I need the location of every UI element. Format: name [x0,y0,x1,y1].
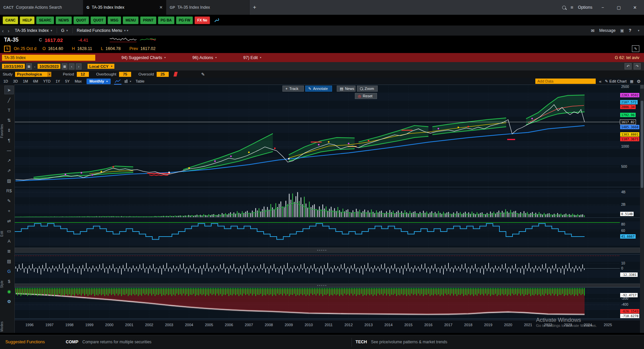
line-chart-type-icon[interactable] [114,78,121,85]
wrench-icon[interactable] [214,17,219,23]
undo-icon[interactable]: ↶ [625,63,632,69]
move-vertical-tool-icon[interactable]: ⇅ [5,116,13,124]
add-data-field[interactable]: Add Data [535,79,596,84]
status-item-comp[interactable]: COMPCompare returns for multiple securit… [66,340,152,344]
bar-chart-type-icon[interactable]: ▼ [124,79,131,84]
status-item-tech[interactable]: TECHSee price/volume patterns & market t… [356,340,447,344]
edit-chart-button[interactable]: ✎ Edit Chart [605,79,627,84]
arrow-tool-icon[interactable]: ↗ [5,156,13,164]
swap-tool-icon[interactable]: ⇄ [5,217,13,225]
frequency-selector[interactable]: Monthly ▼ [87,79,111,84]
related-functions-menu[interactable]: Related Functions Menu [77,28,122,33]
oversold-field[interactable]: 25 [157,72,169,77]
range-tab-5y[interactable]: 5Y [65,79,69,83]
new-tab-button[interactable]: + [250,0,260,15]
horizontal-line-tool-icon[interactable]: — [5,146,13,154]
study-selector[interactable]: Psychologica [15,72,47,77]
chart-canvas[interactable] [0,85,644,333]
collapse-panel-icon[interactable]: « [599,79,601,84]
security-field[interactable]: TA-35 Index [2,55,95,61]
chart-track-button[interactable]: +Track [282,86,304,92]
help-button[interactable]: ? [629,28,631,33]
chart-settings-icon[interactable]: ⚙ [5,297,13,305]
range-tab-1m[interactable]: 1M [23,79,28,83]
tab-gp[interactable]: GPTA-35 Index Index [166,0,250,15]
layout-grid-icon[interactable]: ▦ [630,79,633,84]
currency-tool-icon[interactable]: R$ [5,187,13,195]
grid-tool-icon[interactable]: ▤ [5,257,13,265]
chevron-down-icon[interactable]: ▼ [47,72,51,77]
price-scale-tool-icon[interactable]: $ [5,277,13,285]
tab-cact[interactable]: CACTCorporate Actions Search [0,0,83,15]
ribbon-button-menu[interactable]: MENU [123,16,139,24]
forward-button[interactable]: › [8,28,9,34]
list-tool-icon[interactable]: ≣ [5,247,13,255]
function-selector[interactable]: G [61,28,64,33]
command-item[interactable]: 97) Edit▼ [243,55,262,60]
minimize-button[interactable]: − [597,5,608,10]
ribbon-button-help[interactable]: HELP [20,16,35,24]
tab-close-icon[interactable]: ✕ [159,5,163,10]
ray-tool-icon[interactable]: ⇗ [5,166,13,174]
expand-tool-icon[interactable]: ⇕ [5,126,13,134]
redo-icon[interactable]: ↷ [634,63,641,69]
settings-gear-icon[interactable]: ⚙ [637,79,641,84]
close-button[interactable]: ✕ [629,5,641,10]
command-item[interactable]: 94) Suggested Charts▼ [121,55,166,60]
security-selector[interactable]: TA-35 Index Index [15,28,49,33]
ribbon-button-print[interactable]: PRINT [140,16,156,24]
period-field[interactable]: 12 [77,72,89,77]
chart-news-button[interactable]: ▤News [337,86,356,92]
calendar-icon[interactable]: ▦ [26,63,32,69]
prev-period-button[interactable]: ‹ [69,63,74,69]
ribbon-button-msg[interactable]: MSG [108,16,121,24]
text-tool-icon[interactable]: T [5,106,13,114]
ribbon-button-searc[interactable]: SEARC [36,16,54,24]
chart-zoom-button[interactable]: Zoom [357,86,378,92]
range-tab-1d[interactable]: 1D [3,79,8,83]
currency-selector[interactable]: Local CCY ▼ [88,64,114,69]
calendar-icon[interactable]: ▦ [62,63,67,69]
note-board-icon[interactable]: ✎ [632,45,639,52]
range-tab-6m[interactable]: 6M [33,79,38,83]
scrollbar-top-button[interactable] [640,85,644,89]
ribbon-button-news[interactable]: NEWS [56,16,72,24]
message-envelope-icon[interactable]: ✉ [591,28,594,33]
chart-annotate-button[interactable]: ✎Annotate [305,86,332,92]
overbought-field[interactable]: 75 [119,72,131,77]
ribbon-button-quot[interactable]: QUOT [73,16,89,24]
note-tool-icon[interactable]: ¶ [5,136,13,144]
trendline-tool-icon[interactable]: ╱ [5,96,13,104]
edit-study-pencil-icon[interactable]: ✎ [201,72,205,77]
tab-g[interactable]: GTA-35 Index Index✕ [83,0,166,15]
crosshair-tool-icon[interactable]: + [5,207,13,215]
next-period-button[interactable]: › [76,63,82,69]
g-mode-tool-icon[interactable]: G [5,267,13,275]
scrollbar-thumb[interactable] [641,101,643,188]
ribbon-button-quot[interactable]: QUOT [91,16,106,24]
search-icon[interactable] [562,6,566,9]
command-item[interactable]: 96) Actions▼ [193,55,217,60]
ribbon-button-pg-ba[interactable]: PG BA [158,16,174,24]
back-button[interactable]: ‹ [2,28,4,34]
maximize-button[interactable]: ▢ [613,5,625,10]
table-button[interactable]: Table [136,79,144,83]
pattern-tool-icon[interactable]: ▨ [5,177,13,185]
ribbon-button-canc[interactable]: CANC [3,16,18,24]
ribbon-button-pg-fw[interactable]: PG FW [176,16,193,24]
mode-indicator-icon[interactable]: ◉ [5,287,13,295]
region-tool-icon[interactable]: ▭ [5,227,13,235]
message-label[interactable]: Message [599,28,615,33]
chart-reset-button[interactable]: ◎Reset [355,93,377,99]
range-tab-3d[interactable]: 3D [13,79,18,83]
chart-scrollbar[interactable] [640,85,644,333]
pointer-tool-icon[interactable]: ➤ [5,86,13,94]
label-tool-icon[interactable]: A [5,237,13,245]
draw-tool-icon[interactable]: ✎ [5,197,13,205]
range-tab-ytd[interactable]: YTD [43,79,51,83]
range-tab-max[interactable]: Max [75,79,82,83]
popout-icon[interactable]: ▣ [620,28,624,33]
date-from-field[interactable]: 10/31/1993 [2,64,25,69]
date-to-field[interactable]: 10/25/2023 [38,64,60,69]
range-tab-1y[interactable]: 1Y [56,79,60,83]
